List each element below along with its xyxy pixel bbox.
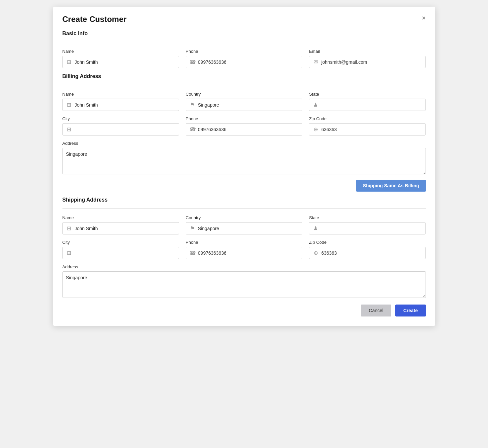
person-icon: ⊞ <box>66 59 72 65</box>
shipping-city-label: City <box>62 240 179 245</box>
footer-buttons: Cancel Create <box>62 305 426 316</box>
billing-city-label: City <box>62 116 179 121</box>
shipping-state-group: State ♟ <box>309 215 426 234</box>
billing-phone-icon: ☎ <box>189 126 195 133</box>
shipping-address-section: Shipping Address Name ⊞ Country ⚑ State <box>62 197 426 298</box>
shipping-zip-input-wrapper: ⊕ <box>309 247 426 259</box>
shipping-phone-input[interactable] <box>198 250 299 256</box>
basic-name-label: Name <box>62 49 179 54</box>
shipping-country-label: Country <box>186 215 302 220</box>
basic-email-label: Email <box>309 49 426 54</box>
billing-city-group: City ⊞ <box>62 116 179 135</box>
billing-city-input[interactable] <box>75 127 175 132</box>
shipping-same-container: Shipping Same As Billing <box>62 180 426 192</box>
shipping-country-input[interactable] <box>198 226 299 231</box>
shipping-same-button[interactable]: Shipping Same As Billing <box>356 180 426 192</box>
billing-address-section: Billing Address Name ⊞ Country ⚑ State <box>62 73 426 174</box>
basic-name-group: Name ⊞ <box>62 49 179 68</box>
shipping-person-icon: ⊞ <box>66 225 72 231</box>
billing-name-input[interactable] <box>75 102 175 108</box>
billing-state-input-wrapper: ♟ <box>309 99 426 111</box>
shipping-state-input[interactable] <box>321 226 422 231</box>
shipping-address-label: Address <box>62 264 426 269</box>
shipping-address-textarea[interactable] <box>62 271 426 298</box>
billing-name-group: Name ⊞ <box>62 92 179 111</box>
basic-info-row: Name ⊞ Phone ☎ Email ✉ <box>62 49 426 68</box>
billing-flag-icon: ⚑ <box>189 102 195 108</box>
shipping-city-input[interactable] <box>75 250 175 256</box>
shipping-row-1: Name ⊞ Country ⚑ State ♟ <box>62 215 426 234</box>
close-button[interactable]: × <box>422 15 426 21</box>
billing-state-input[interactable] <box>321 102 422 108</box>
shipping-phone-input-wrapper: ☎ <box>186 247 302 259</box>
basic-email-input[interactable] <box>321 59 422 65</box>
billing-country-input-wrapper: ⚑ <box>186 99 302 111</box>
phone-icon: ☎ <box>189 59 195 65</box>
billing-state-group: State ♟ <box>309 92 426 111</box>
basic-email-group: Email ✉ <box>309 49 426 68</box>
shipping-flag-icon: ⚑ <box>189 225 195 231</box>
basic-email-input-wrapper: ✉ <box>309 56 426 68</box>
basic-phone-input[interactable] <box>198 59 299 65</box>
shipping-row-2: City ⊞ Phone ☎ Zip Code ⊕ <box>62 240 426 259</box>
billing-person-icon: ⊞ <box>66 102 72 108</box>
billing-name-input-wrapper: ⊞ <box>62 99 179 111</box>
shipping-address-title: Shipping Address <box>62 197 426 203</box>
basic-phone-label: Phone <box>186 49 302 54</box>
basic-info-divider <box>62 42 426 42</box>
basic-phone-group: Phone ☎ <box>186 49 302 68</box>
modal-title: Create Customer <box>62 15 127 24</box>
billing-phone-input-wrapper: ☎ <box>186 123 302 135</box>
billing-zip-group: Zip Code ⊕ <box>309 116 426 135</box>
billing-address-textarea[interactable] <box>62 148 426 174</box>
shipping-city-input-wrapper: ⊞ <box>62 247 179 259</box>
shipping-name-input-wrapper: ⊞ <box>62 222 179 234</box>
basic-info-title: Basic Info <box>62 31 426 37</box>
billing-address-title: Billing Address <box>62 73 426 79</box>
basic-info-section: Basic Info Name ⊞ Phone ☎ Email ✉ <box>62 31 426 68</box>
shipping-state-input-wrapper: ♟ <box>309 222 426 234</box>
billing-city-input-wrapper: ⊞ <box>62 123 179 135</box>
create-customer-modal: Create Customer × Basic Info Name ⊞ Phon… <box>53 7 435 326</box>
shipping-country-input-wrapper: ⚑ <box>186 222 302 234</box>
shipping-address-group: Address <box>62 264 426 298</box>
shipping-zip-group: Zip Code ⊕ <box>309 240 426 259</box>
billing-phone-label: Phone <box>186 116 302 121</box>
email-icon: ✉ <box>313 59 319 65</box>
shipping-state-label: State <box>309 215 426 220</box>
shipping-zip-icon: ⊕ <box>313 250 319 256</box>
billing-phone-group: Phone ☎ <box>186 116 302 135</box>
billing-row-2: City ⊞ Phone ☎ Zip Code ⊕ <box>62 116 426 135</box>
shipping-name-label: Name <box>62 215 179 220</box>
billing-zip-icon: ⊕ <box>313 126 319 133</box>
shipping-name-group: Name ⊞ <box>62 215 179 234</box>
billing-name-label: Name <box>62 92 179 97</box>
billing-city-icon: ⊞ <box>66 126 72 133</box>
cancel-button[interactable]: Cancel <box>361 305 391 316</box>
shipping-city-group: City ⊞ <box>62 240 179 259</box>
shipping-zip-label: Zip Code <box>309 240 426 245</box>
shipping-name-input[interactable] <box>75 226 175 231</box>
billing-country-input[interactable] <box>198 102 299 108</box>
modal-header: Create Customer × <box>62 15 426 24</box>
billing-country-label: Country <box>186 92 302 97</box>
billing-zip-input[interactable] <box>321 127 422 132</box>
billing-phone-input[interactable] <box>198 127 299 132</box>
basic-name-input[interactable] <box>75 59 175 65</box>
billing-address-label: Address <box>62 141 426 146</box>
billing-divider <box>62 85 426 85</box>
basic-phone-input-wrapper: ☎ <box>186 56 302 68</box>
shipping-zip-input[interactable] <box>321 250 422 256</box>
create-button[interactable]: Create <box>395 305 426 316</box>
billing-state-icon: ♟ <box>313 102 319 108</box>
shipping-phone-group: Phone ☎ <box>186 240 302 259</box>
shipping-city-icon: ⊞ <box>66 250 72 256</box>
billing-address-group: Address <box>62 141 426 174</box>
billing-row-1: Name ⊞ Country ⚑ State ♟ <box>62 92 426 111</box>
shipping-state-icon: ♟ <box>313 225 319 231</box>
billing-zip-label: Zip Code <box>309 116 426 121</box>
billing-country-group: Country ⚑ <box>186 92 302 111</box>
shipping-phone-label: Phone <box>186 240 302 245</box>
basic-name-input-wrapper: ⊞ <box>62 56 179 68</box>
shipping-phone-icon: ☎ <box>189 250 195 256</box>
